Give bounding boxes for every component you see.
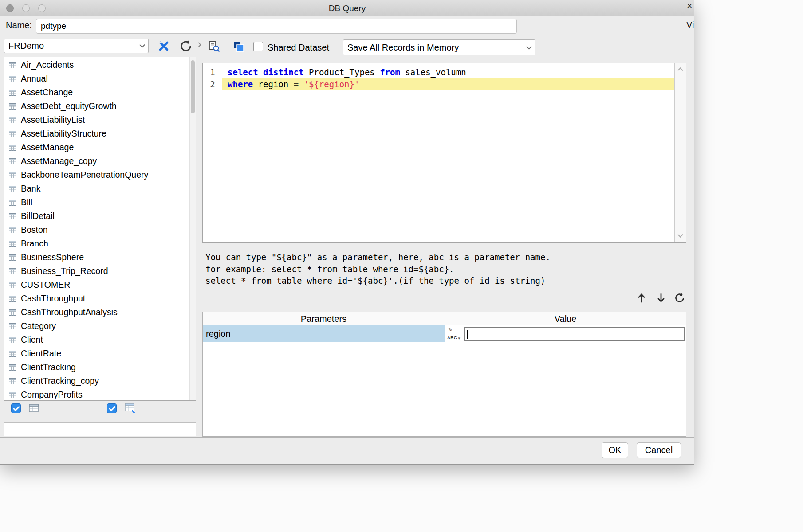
refresh-connection-button[interactable] — [179, 39, 193, 53]
import-query-button[interactable] — [233, 41, 244, 52]
table-icon — [8, 391, 17, 399]
sql-line[interactable]: 1select distinct Product_Types from sale… — [203, 66, 674, 78]
table-icon — [8, 377, 17, 386]
parameter-row[interactable]: region ✎ ABC ▾ — [203, 325, 686, 342]
table-icon — [8, 171, 17, 180]
table-list-item[interactable]: Bill — [4, 196, 196, 209]
shared-dataset-checkbox[interactable] — [253, 42, 263, 51]
table-name: ClientTracking — [21, 362, 76, 372]
table-list-item[interactable]: AssetChange — [4, 86, 196, 99]
table-list-item[interactable]: AssetLiabilityStructure — [4, 127, 196, 141]
table-icon — [8, 336, 17, 344]
table-list-item[interactable]: Air_Accidents — [4, 58, 196, 72]
table-list-item[interactable]: BillDetail — [4, 209, 196, 223]
table-list-item[interactable]: ClientRate — [4, 347, 196, 360]
table-name: AssetDebt_equityGrowth — [21, 101, 117, 111]
shared-dataset-label: Shared Dataset — [268, 43, 329, 53]
table-list-item[interactable]: Bank — [4, 182, 196, 196]
cancel-button[interactable]: Cancel — [637, 442, 681, 458]
table-list-item[interactable]: AssetDebt_equityGrowth — [4, 99, 196, 113]
table-list-item[interactable]: Boston — [4, 223, 196, 237]
sql-lines[interactable]: 1select distinct Product_Types from sale… — [203, 63, 674, 242]
storage-mode-arrow[interactable] — [523, 40, 535, 55]
text-caret — [467, 330, 468, 339]
table-icon — [8, 253, 17, 262]
table-list-item[interactable]: CashThroughput — [4, 292, 196, 305]
parameter-name-cell[interactable]: region — [203, 325, 445, 342]
hint-line: for example: select * from table where i… — [205, 263, 551, 275]
table-list-item[interactable]: Annual — [4, 72, 196, 86]
table-icon — [8, 184, 17, 193]
parameter-hint: You can type "${abc}" as a parameter, he… — [205, 251, 551, 287]
name-label: Name: — [6, 20, 32, 31]
connection-select[interactable]: FRDemo — [4, 39, 149, 53]
table-list-item[interactable]: BackboneTeamPenetrationQuery — [4, 168, 196, 182]
parameter-value-input[interactable] — [464, 327, 685, 341]
table-icon — [8, 294, 17, 303]
table-name: AssetChange — [21, 87, 73, 98]
table-icon — [8, 226, 17, 235]
connection-settings-button[interactable] — [157, 39, 171, 53]
chevron-down-icon — [526, 44, 532, 50]
table-icon — [8, 88, 17, 97]
table-list-item[interactable]: AssetLiabilityList — [4, 113, 196, 127]
connection-select-value: FRDemo — [4, 39, 148, 53]
chevron-down-icon — [139, 42, 145, 48]
dataset-name-input[interactable] — [36, 19, 517, 34]
table-list-item[interactable]: Business_Trip_Record — [4, 264, 196, 278]
tools-icon — [157, 39, 171, 53]
connection-select-arrow[interactable] — [136, 39, 148, 53]
storage-mode-select[interactable]: Save All Records in Memory — [343, 39, 535, 55]
table-list-item[interactable]: BusinessSphere — [4, 250, 196, 264]
table-list-item[interactable]: Category — [4, 319, 196, 333]
table-name: Client — [21, 335, 43, 345]
sql-line[interactable]: 2where region = '${region}' — [203, 78, 674, 90]
table-list-item[interactable]: AssetManage_copy — [4, 154, 196, 168]
parameter-type-icon[interactable]: ✎ ABC ▾ — [447, 327, 461, 340]
table-name: Annual — [21, 74, 48, 84]
table-name: CUSTOMER — [21, 280, 70, 290]
squares-icon — [233, 41, 244, 52]
table-icon — [8, 61, 17, 70]
table-list-item[interactable]: CashThroughputAnalysis — [4, 305, 196, 319]
table-list-items: Air_AccidentsAnnualAssetChangeAssetDebt_… — [4, 58, 196, 401]
table-type-icon — [28, 403, 39, 416]
value-column-header: Value — [445, 312, 686, 325]
table-list-item[interactable]: Branch — [4, 237, 196, 250]
preview-query-button[interactable] — [207, 40, 220, 53]
chevron-right-icon — [196, 42, 201, 47]
table-icon — [8, 267, 17, 276]
scroll-down-icon[interactable] — [677, 232, 683, 238]
table-list-item[interactable]: CUSTOMER — [4, 278, 196, 292]
panel-collapse-button[interactable] — [197, 41, 202, 48]
table-list-item[interactable]: ClientTracking — [4, 360, 196, 374]
ok-button[interactable]: OK — [602, 442, 628, 458]
title-bar[interactable]: DB Query ✕ — [0, 0, 694, 16]
view-type-icon — [124, 402, 136, 416]
table-list-item[interactable]: AssetManage — [4, 141, 196, 154]
table-icon — [8, 322, 17, 331]
move-parameter-up-button[interactable] — [636, 292, 647, 304]
refresh-parameters-button[interactable] — [674, 292, 685, 304]
scrollbar-thumb[interactable] — [191, 60, 195, 113]
table-name: BillDetail — [21, 211, 55, 221]
code-text: where region = '${region}' — [222, 78, 674, 90]
parameter-value-cell[interactable] — [463, 325, 686, 342]
table-filter-field[interactable] — [4, 422, 196, 436]
table-list-item[interactable]: CompanyProfits — [4, 388, 196, 401]
editor-scrollbar[interactable] — [674, 63, 686, 242]
parameters-table-header: Parameters Value — [203, 312, 686, 325]
line-number: 2 — [203, 78, 222, 90]
table-list-item[interactable]: Client — [4, 333, 196, 347]
table-list-scrollbar[interactable] — [189, 57, 196, 400]
table-name: Branch — [21, 239, 48, 249]
scroll-up-icon[interactable] — [677, 67, 683, 73]
move-parameter-down-button[interactable] — [655, 292, 667, 304]
parameter-type-cell[interactable]: ✎ ABC ▾ — [445, 325, 463, 342]
line-number: 1 — [203, 66, 222, 78]
show-tables-checkbox[interactable] — [11, 403, 21, 413]
arrow-down-icon — [655, 292, 667, 304]
sql-editor[interactable]: 1select distinct Product_Types from sale… — [202, 63, 686, 243]
table-list-item[interactable]: ClientTracking_copy — [4, 374, 196, 388]
show-views-checkbox[interactable] — [107, 403, 117, 413]
